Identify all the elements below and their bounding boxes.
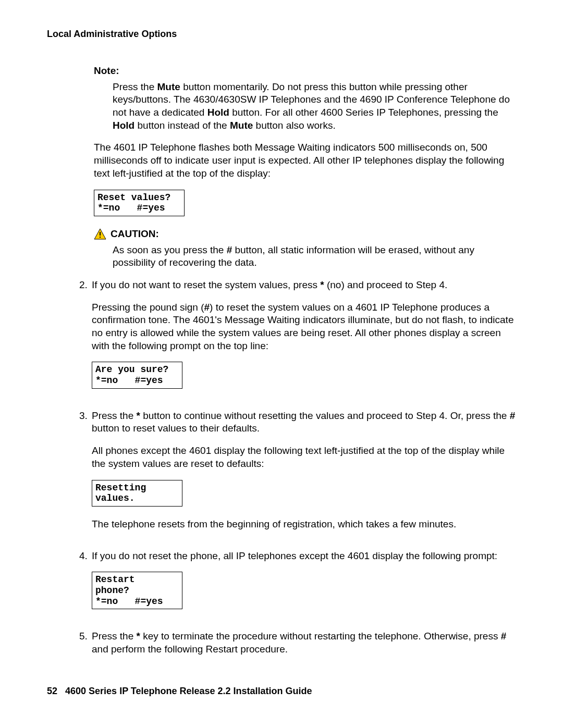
- step-2: 2. If you do not want to reset the syste…: [79, 279, 516, 400]
- step-body: Press the * button to continue without r…: [92, 410, 516, 540]
- paragraph: If you do not reset the phone, all IP te…: [92, 550, 516, 563]
- note-bold-hold: Hold: [113, 120, 134, 131]
- bold-hash: #: [501, 631, 507, 641]
- note-text-part: button instead of the: [134, 120, 230, 131]
- step-number: 5.: [79, 630, 92, 665]
- text-part: Press the: [92, 410, 137, 421]
- phone-display-are-you-sure: Are you sure? *=no #=yes: [92, 362, 182, 388]
- step-body: If you do not want to reset the system v…: [92, 279, 516, 400]
- note-bold-hold: Hold: [207, 107, 229, 118]
- step-body: If you do not reset the phone, all IP te…: [92, 550, 516, 621]
- bold-star: *: [137, 631, 140, 641]
- page-number: 52: [47, 686, 57, 696]
- paragraph: Pressing the pound sign (#) to reset the…: [92, 301, 516, 353]
- phone-display-resetting: Resetting values.: [92, 480, 182, 507]
- note-label: Note:: [94, 65, 516, 78]
- paragraph: The telephone resets from the beginning …: [92, 518, 516, 531]
- paragraph: All phones except the 4601 display the f…: [92, 445, 516, 470]
- caution-label: CAUTION:: [111, 228, 159, 241]
- page-content: Note: Press the Mute button momentarily.…: [47, 65, 516, 665]
- step-number: 2.: [79, 279, 92, 400]
- step-5: 5. Press the * key to terminate the proc…: [79, 630, 516, 665]
- bold-hash: #: [510, 410, 516, 421]
- step-body: Press the * key to terminate the procedu…: [92, 630, 516, 665]
- phone-display-reset-values: Reset values? *=no #=yes: [94, 190, 185, 216]
- paragraph: Press the * button to continue without r…: [92, 410, 516, 435]
- note-bold-mute: Mute: [230, 120, 253, 131]
- svg-rect-1: [100, 232, 101, 236]
- paragraph: Press the * key to terminate the procedu…: [92, 630, 516, 656]
- text-part: button to reset values to their defaults…: [92, 423, 260, 434]
- note-bold-mute: Mute: [157, 81, 180, 92]
- note-text-part: button also works.: [253, 120, 335, 131]
- step-4: 4. If you do not reset the phone, all IP…: [79, 550, 516, 621]
- bold-star: *: [320, 279, 324, 290]
- doc-title: 4600 Series IP Telephone Release 2.2 Ins…: [65, 686, 312, 696]
- caution-bold-hash: #: [227, 244, 232, 255]
- page-footer: 52 4600 Series IP Telephone Release 2.2 …: [47, 686, 312, 697]
- caution-heading: CAUTION:: [94, 228, 516, 241]
- note-text-part: Press the: [113, 81, 157, 92]
- text-part: If you do not want to reset the system v…: [92, 279, 320, 290]
- page: Local Administrative Options Note: Press…: [0, 0, 563, 728]
- note-body: Press the Mute button momentarily. Do no…: [94, 81, 516, 132]
- text-part: key to terminate the procedure without r…: [140, 631, 501, 641]
- caution-text-part: As soon as you press the: [113, 244, 227, 255]
- step-number: 3.: [79, 410, 92, 540]
- text-part: Press the: [92, 631, 137, 641]
- text-part: Pressing the pound sign (: [92, 302, 204, 313]
- bold-star: *: [137, 410, 140, 421]
- text-part: and perform the following Restart proced…: [92, 644, 288, 655]
- paragraph: If you do not want to reset the system v…: [92, 279, 516, 292]
- note-text-part: button. For all other 4600 Series IP Tel…: [229, 107, 498, 118]
- caution-icon: [94, 228, 106, 240]
- phone-display-restart: Restart phone? *=no #=yes: [92, 572, 182, 609]
- step-number: 4.: [79, 550, 92, 621]
- caution-body: As soon as you press the # button, all s…: [94, 244, 516, 269]
- text-part: (no) and proceed to Step 4.: [324, 279, 448, 290]
- paragraph: The 4601 IP Telephone flashes both Messa…: [94, 141, 516, 180]
- bold-hash: #: [204, 302, 210, 313]
- svg-rect-2: [100, 237, 101, 238]
- step-3: 3. Press the * button to continue withou…: [79, 410, 516, 540]
- text-part: button to continue without resetting the…: [140, 410, 510, 421]
- running-header: Local Administrative Options: [47, 29, 516, 40]
